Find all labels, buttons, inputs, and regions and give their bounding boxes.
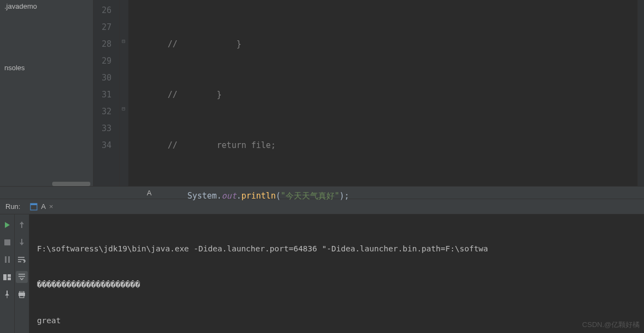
layout-button[interactable] xyxy=(1,271,13,283)
code-line: // return file; xyxy=(128,137,644,154)
line-number: 29 xyxy=(94,53,112,70)
svg-rect-2 xyxy=(4,239,10,245)
run-toolbar-left xyxy=(0,214,15,333)
svg-rect-7 xyxy=(8,278,11,280)
print-button[interactable] xyxy=(16,288,28,300)
sidebar-item[interactable]: nsoles xyxy=(0,61,93,74)
stop-button[interactable] xyxy=(1,236,13,248)
editor-stripe xyxy=(637,0,644,186)
code-line: // } xyxy=(128,36,644,53)
run-tab-label: A xyxy=(41,202,46,211)
console-line: F:\softwaress\jdk19\bin\java.exe -Didea.… xyxy=(37,243,636,255)
svg-rect-1 xyxy=(30,203,37,205)
fold-icon[interactable]: ⊟ xyxy=(122,106,125,112)
editor-area: .javademo nsoles 26 27 28 29 30 31 32 33… xyxy=(0,0,644,186)
wrap-button[interactable] xyxy=(16,254,28,266)
svg-rect-10 xyxy=(20,295,24,298)
application-icon xyxy=(30,203,38,211)
line-number: 26 xyxy=(94,2,112,19)
run-tab[interactable]: A × xyxy=(26,200,57,213)
line-number: 34 xyxy=(94,137,112,154)
sidebar-scrollbar[interactable] xyxy=(52,182,90,186)
project-sidebar[interactable]: .javademo nsoles xyxy=(0,0,94,186)
code-line: System.out.println("今天天气真好"); xyxy=(128,188,644,205)
run-toolbar-right xyxy=(15,214,29,333)
up-button[interactable] xyxy=(16,219,28,231)
breadcrumb[interactable]: A xyxy=(30,189,152,197)
sidebar-item[interactable]: .javademo xyxy=(0,0,93,13)
console-line: great xyxy=(37,314,636,326)
watermark: CSDN.@亿颗好橘 xyxy=(582,320,640,330)
svg-rect-5 xyxy=(3,274,7,280)
scroll-to-end-button[interactable] xyxy=(16,271,28,283)
pause-button[interactable] xyxy=(1,254,13,266)
line-number: 33 xyxy=(94,120,112,137)
console-output[interactable]: F:\softwaress\jdk19\bin\java.exe -Didea.… xyxy=(29,214,644,333)
svg-rect-4 xyxy=(8,256,10,263)
run-label: Run: xyxy=(5,202,20,211)
line-number: 30 xyxy=(94,70,112,87)
close-icon[interactable]: × xyxy=(49,202,53,211)
code-line: // } xyxy=(128,87,644,103)
line-gutter: 26 27 28 29 30 31 32 33 34 xyxy=(94,0,120,186)
line-number: 27 xyxy=(94,19,112,36)
pin-button[interactable] xyxy=(1,288,13,300)
line-number: 31 xyxy=(94,87,112,103)
run-panel: F:\softwaress\jdk19\bin\java.exe -Didea.… xyxy=(0,214,644,333)
code-editor[interactable]: // } // } // return file; System.out.pri… xyxy=(128,0,644,186)
line-number: 32 xyxy=(94,103,112,120)
down-button[interactable] xyxy=(16,236,28,248)
line-number: 28 xyxy=(94,36,112,53)
svg-rect-3 xyxy=(5,256,7,263)
fold-column: ⊟ ⊟ xyxy=(120,0,128,186)
svg-rect-6 xyxy=(8,274,11,277)
fold-icon[interactable]: ⊟ xyxy=(122,38,125,44)
run-button[interactable] xyxy=(1,219,13,231)
svg-rect-8 xyxy=(20,291,24,293)
console-line: ��������������������� xyxy=(37,279,636,291)
